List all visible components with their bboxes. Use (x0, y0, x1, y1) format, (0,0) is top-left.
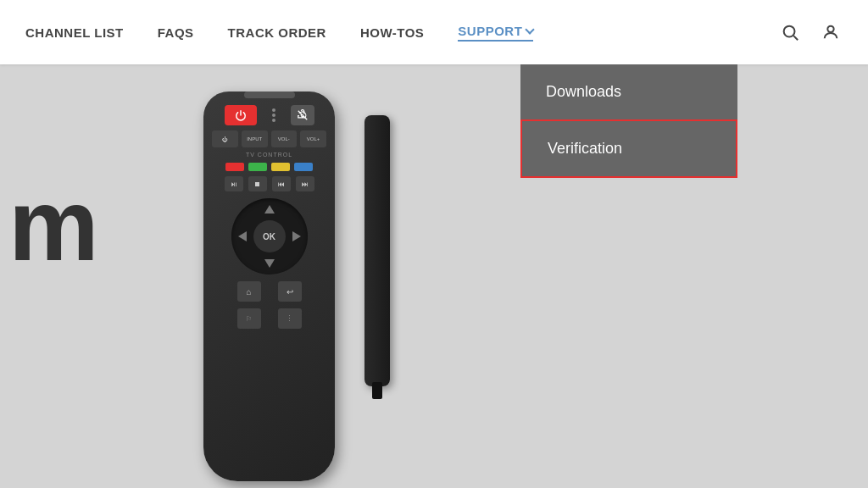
search-icon[interactable] (778, 20, 802, 44)
vol-down-button[interactable]: VOL- (271, 130, 298, 147)
navbar: CHANNEL LIST FAQS TRACK ORDER HOW-TOS SU… (0, 0, 868, 64)
support-dropdown: Downloads Verification (520, 64, 737, 178)
play-pause-button[interactable]: ⏯ (225, 176, 243, 191)
remote-control: ⏻ INPUT VOL- VOL+ TV CONTROL ⏯ ⏹ ⏮ ⏭ (203, 81, 356, 488)
svg-line-1 (793, 36, 798, 40)
dropdown-downloads[interactable]: Downloads (520, 64, 737, 119)
forward-button[interactable]: ⏭ (296, 176, 314, 191)
blue-button[interactable] (294, 163, 313, 171)
nav-faqs[interactable]: FAQS (158, 25, 194, 40)
power-button[interactable] (225, 105, 257, 125)
ok-button[interactable]: OK (253, 220, 286, 252)
bottom-nav-buttons: ⌂ ↩ (203, 281, 335, 302)
nav-track-order[interactable]: TRACK ORDER (228, 25, 326, 40)
mute-button[interactable] (291, 105, 314, 125)
remote-body: ⏻ INPUT VOL- VOL+ TV CONTROL ⏯ ⏹ ⏮ ⏭ (203, 92, 335, 481)
remote-top-row (203, 105, 335, 125)
dpad-container: OK (203, 198, 335, 274)
tv-control-row: ⏻ INPUT VOL- VOL+ (203, 130, 335, 147)
nav-channel-list[interactable]: CHANNEL LIST (25, 25, 124, 40)
remote-notch (244, 92, 295, 98)
options-button[interactable]: ⋮ (278, 308, 302, 329)
vol-up-button[interactable]: VOL+ (300, 130, 326, 147)
svg-point-2 (827, 26, 833, 32)
arrow-down-icon (264, 259, 275, 268)
dots-indicator (264, 105, 284, 125)
bottom-extra-buttons: ⚐ ⋮ (203, 308, 335, 329)
color-buttons (203, 163, 335, 171)
main-content: m (0, 64, 868, 488)
firestick-port (372, 382, 382, 399)
firestick-device (364, 115, 390, 386)
arrow-left-icon (238, 231, 247, 241)
tv-control-label: TV CONTROL (203, 152, 335, 158)
nav-how-tos[interactable]: HOW-TOS (360, 25, 424, 40)
green-button[interactable] (248, 163, 267, 171)
back-button[interactable]: ↩ (278, 281, 302, 302)
red-button[interactable] (225, 163, 244, 171)
dpad[interactable]: OK (231, 198, 308, 274)
svg-point-0 (784, 26, 795, 37)
home-button[interactable]: ⌂ (237, 281, 261, 302)
stop-button[interactable]: ⏹ (248, 176, 267, 191)
tv-power-button[interactable]: ⏻ (212, 130, 238, 147)
dropdown-verification[interactable]: Verification (520, 119, 737, 178)
rewind-button[interactable]: ⏮ (272, 176, 291, 191)
hero-letter: m (8, 166, 99, 283)
nav-links: CHANNEL LIST FAQS TRACK ORDER HOW-TOS SU… (25, 24, 533, 42)
user-icon[interactable] (819, 20, 843, 44)
input-button[interactable]: INPUT (242, 130, 268, 147)
info-button[interactable]: ⚐ (237, 308, 261, 329)
yellow-button[interactable] (271, 163, 290, 171)
arrow-right-icon (292, 231, 301, 241)
media-controls: ⏯ ⏹ ⏮ ⏭ (203, 176, 335, 191)
nav-support[interactable]: SUPPORT (458, 24, 533, 42)
chevron-down-icon (526, 25, 535, 34)
nav-icons (778, 20, 843, 44)
arrow-up-icon (264, 205, 275, 214)
